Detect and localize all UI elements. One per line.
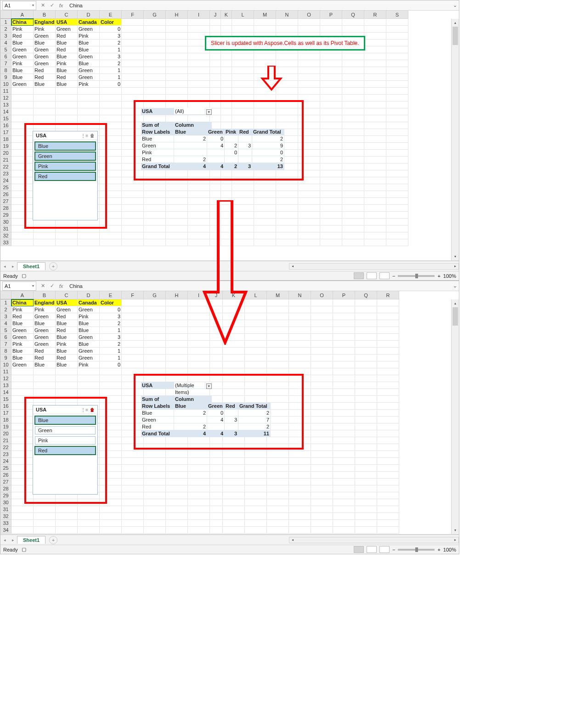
cell[interactable] [232, 19, 254, 26]
cell[interactable] [34, 520, 56, 527]
cell[interactable] [311, 341, 333, 348]
zoom-out-icon[interactable]: − [392, 547, 395, 552]
cell[interactable] [144, 451, 166, 458]
cell[interactable] [289, 527, 311, 534]
cell[interactable] [122, 499, 144, 506]
row-header[interactable]: 24 [0, 458, 11, 465]
cell[interactable] [386, 108, 408, 115]
cell[interactable] [245, 458, 267, 465]
cell[interactable] [333, 485, 355, 492]
cell[interactable] [364, 95, 386, 101]
add-sheet-icon[interactable]: + [49, 262, 57, 270]
cell[interactable] [342, 88, 364, 95]
cell[interactable] [342, 67, 364, 74]
cell[interactable] [144, 60, 166, 67]
cell[interactable] [276, 184, 298, 191]
cell[interactable] [166, 198, 188, 205]
cell[interactable] [311, 513, 333, 520]
cell[interactable]: 0 [100, 81, 122, 88]
cell[interactable] [166, 88, 188, 95]
cell[interactable] [364, 46, 386, 53]
cell[interactable] [311, 506, 333, 513]
cell[interactable]: Pink [56, 60, 78, 67]
cell[interactable] [210, 451, 223, 458]
pivot-filter-dropdown[interactable]: ▾ [205, 382, 212, 389]
cell[interactable] [355, 306, 377, 313]
cell[interactable] [311, 299, 333, 306]
cell[interactable] [166, 60, 188, 67]
cell[interactable]: 0 [100, 306, 122, 313]
cell[interactable]: China [11, 299, 34, 306]
cell[interactable] [289, 299, 311, 306]
pivot-col-header[interactable]: Grand Total [252, 129, 284, 135]
cell[interactable] [355, 313, 377, 320]
cell[interactable] [364, 101, 386, 108]
cell[interactable] [386, 191, 408, 198]
cell[interactable] [210, 465, 223, 472]
cell[interactable]: 3 [100, 33, 122, 39]
cell[interactable]: Blue [78, 320, 100, 327]
cell[interactable] [386, 88, 408, 95]
cell[interactable] [188, 479, 210, 485]
cell[interactable]: Blue [11, 355, 34, 361]
slicer-item[interactable]: Blue [35, 142, 96, 150]
cell[interactable] [166, 320, 188, 327]
cell[interactable] [34, 375, 56, 382]
cell[interactable] [320, 122, 342, 129]
cell[interactable] [245, 451, 267, 458]
tab-nav-prev-icon[interactable]: ◂ [0, 538, 9, 542]
cell[interactable] [377, 313, 399, 320]
zoom-in-icon[interactable]: + [437, 273, 440, 279]
clear-filter-active-icon[interactable]: 🗑 [90, 407, 95, 412]
cell[interactable] [166, 33, 188, 39]
cell[interactable]: 2 [100, 341, 122, 348]
cell[interactable] [34, 232, 56, 239]
cell[interactable] [11, 506, 34, 513]
row-header[interactable]: 11 [0, 368, 11, 375]
row-header[interactable]: 15 [0, 115, 11, 122]
cell[interactable] [289, 320, 311, 327]
cell[interactable] [386, 81, 408, 88]
column-header[interactable]: M [254, 11, 276, 19]
cell[interactable] [267, 341, 289, 348]
cell[interactable] [377, 423, 399, 430]
cell[interactable]: Green [34, 60, 56, 67]
cell[interactable] [144, 39, 166, 46]
cell[interactable] [188, 26, 210, 33]
cell[interactable] [364, 219, 386, 225]
slicer-item[interactable]: Pink [35, 436, 96, 445]
column-header[interactable]: E [100, 291, 122, 299]
cell[interactable]: Green [56, 306, 78, 313]
cell[interactable] [333, 375, 355, 382]
cell[interactable] [267, 451, 289, 458]
cell[interactable] [78, 95, 100, 101]
cell[interactable] [210, 53, 221, 60]
cell[interactable] [289, 361, 311, 368]
cell[interactable] [386, 205, 408, 212]
cell[interactable] [377, 506, 399, 513]
cell[interactable] [210, 520, 223, 527]
cell[interactable] [311, 361, 333, 368]
row-header[interactable]: 16 [0, 122, 11, 129]
cell[interactable] [355, 485, 377, 492]
cell[interactable] [267, 306, 289, 313]
name-box[interactable]: A1▾ [2, 282, 36, 291]
cell[interactable] [276, 205, 298, 212]
cell[interactable] [254, 239, 276, 246]
cell[interactable] [333, 492, 355, 499]
cell[interactable]: Green [11, 334, 34, 341]
cell[interactable] [289, 458, 311, 465]
column-header[interactable]: A [11, 11, 34, 19]
cell[interactable] [166, 334, 188, 341]
cell[interactable]: Green [11, 46, 34, 53]
cell[interactable] [188, 527, 210, 534]
pivot-row-header[interactable]: Red [141, 423, 174, 430]
cell[interactable] [320, 129, 342, 136]
cell[interactable] [100, 513, 122, 520]
cell[interactable] [144, 26, 166, 33]
cell[interactable] [333, 313, 355, 320]
cell[interactable] [122, 520, 144, 527]
cell[interactable] [254, 184, 276, 191]
cell[interactable] [342, 170, 364, 177]
cell[interactable] [364, 53, 386, 60]
